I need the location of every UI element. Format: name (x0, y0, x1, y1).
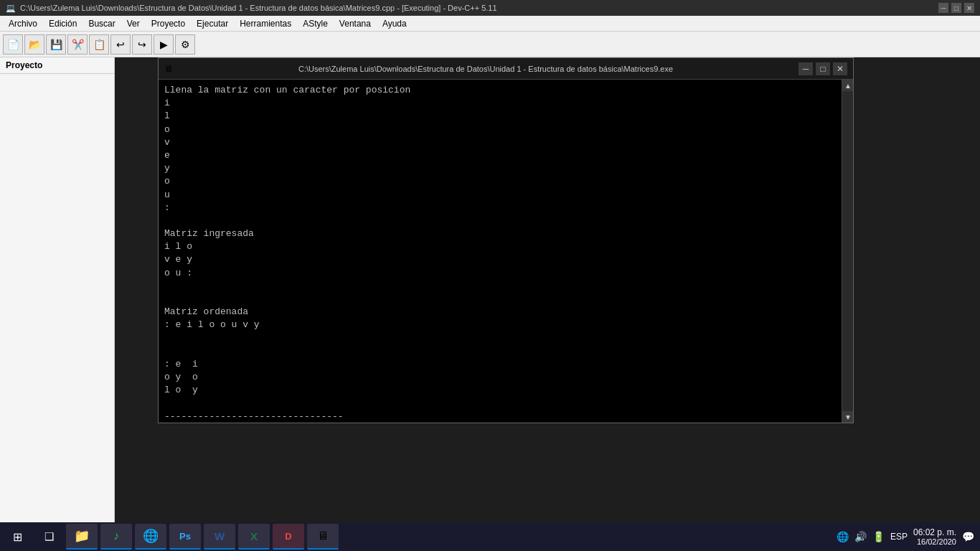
network-icon[interactable]: 🌐 (837, 531, 849, 542)
menu-herramientas[interactable]: Herramientas (234, 17, 297, 30)
file-explorer-button[interactable]: 📁 (66, 524, 98, 550)
task-view-button[interactable]: ❑ (34, 524, 63, 550)
menu-astyle[interactable]: AStyle (297, 17, 334, 30)
menu-bar: Archivo Edición Buscar Ver Proyecto Ejec… (0, 16, 980, 32)
monitor-button[interactable]: 🖥 (307, 524, 339, 550)
spotify-button[interactable]: ♪ (100, 524, 132, 550)
clock: 06:02 p. m. 16/02/2020 (913, 527, 956, 546)
start-button[interactable]: ⊞ (3, 524, 32, 550)
devcpp-button[interactable]: D (273, 524, 304, 550)
title-bar: 💻 C:\Users\Zulema Luis\Downloads\Estruct… (0, 0, 980, 16)
menu-edicion[interactable]: Edición (43, 17, 83, 30)
terminal-title-text: C:\Users\Zulema Luis\Downloads\Estructur… (298, 65, 673, 73)
taskbar: ⊞ ❑ 📁 ♪ 🌐 Ps W X D 🖥 🌐 🔊 🔋 ESP 06:02 p. … (0, 522, 980, 551)
left-panel: Proyecto (0, 57, 115, 534)
terminal-controls[interactable]: ─ □ ✕ (798, 62, 847, 75)
toolbar-btn-4[interactable]: ✂️ (67, 34, 88, 55)
menu-ejecutar[interactable]: Ejecutar (191, 17, 234, 30)
volume-icon[interactable]: 🔊 (854, 531, 867, 542)
date-display: 16/02/2020 (917, 537, 956, 546)
photoshop-button[interactable]: Ps (169, 524, 201, 550)
menu-archivo[interactable]: Archivo (3, 17, 43, 30)
terminal-title-icon: 🖥 (164, 64, 173, 74)
scroll-up-button[interactable]: ▲ (842, 80, 853, 91)
toolbar-btn-5[interactable]: 📋 (89, 34, 109, 55)
terminal-titlebar: 🖥 C:\Users\Zulema Luis\Downloads\Estruct… (159, 58, 853, 80)
project-label: Proyecto (0, 57, 114, 74)
menu-ventana[interactable]: Ventana (334, 17, 377, 30)
terminal-close[interactable]: ✕ (833, 62, 847, 75)
toolbar-btn-6[interactable]: ↩ (110, 34, 131, 55)
terminal-maximize[interactable]: □ (816, 62, 830, 75)
app-icon: 💻 (6, 4, 16, 13)
terminal-scrollbar[interactable]: ▲ ▼ (842, 80, 853, 423)
notification-icon[interactable]: 💬 (962, 531, 974, 542)
title-bar-text: C:\Users\Zulema Luis\Downloads\Estructur… (20, 4, 497, 12)
toolbar-btn-2[interactable]: 📂 (24, 34, 44, 55)
terminal-minimize[interactable]: ─ (798, 62, 813, 75)
title-bar-left: 💻 C:\Users\Zulema Luis\Downloads\Estruct… (6, 4, 497, 13)
terminal-body: Llena la matriz con un caracter por posi… (159, 80, 853, 423)
toolbar-btn-7[interactable]: ↪ (132, 34, 152, 55)
language-indicator[interactable]: ESP (890, 532, 908, 542)
toolbar-run[interactable]: ▶ (154, 34, 174, 55)
terminal-content[interactable]: Llena la matriz con un caracter por posi… (159, 80, 842, 423)
toolbar: 📄 📂 💾 ✂️ 📋 ↩ ↪ ▶ ⚙ (0, 32, 980, 57)
main-layout: Proyecto 🖥 C:\Users\Zulema Luis\Download… (0, 57, 980, 534)
menu-buscar[interactable]: Buscar (83, 17, 121, 30)
close-button[interactable]: ✕ (964, 3, 974, 13)
scroll-down-button[interactable]: ▼ (842, 411, 853, 423)
menu-proyecto[interactable]: Proyecto (146, 17, 191, 30)
time-display: 06:02 p. m. (913, 527, 956, 537)
menu-ayuda[interactable]: Ayuda (377, 17, 413, 30)
taskbar-right: 🌐 🔊 🔋 ESP 06:02 p. m. 16/02/2020 💬 (837, 527, 977, 546)
editor-area: 🖥 C:\Users\Zulema Luis\Downloads\Estruct… (115, 57, 980, 534)
title-bar-controls[interactable]: ─ □ ✕ (938, 3, 974, 13)
minimize-button[interactable]: ─ (938, 3, 948, 13)
excel-button[interactable]: X (238, 524, 270, 550)
toolbar-btn-1[interactable]: 📄 (3, 34, 23, 55)
maximize-button[interactable]: □ (951, 3, 961, 13)
scroll-thumb[interactable] (842, 91, 853, 411)
word-button[interactable]: W (204, 524, 235, 550)
terminal-window: 🖥 C:\Users\Zulema Luis\Downloads\Estruct… (158, 57, 854, 423)
menu-ver[interactable]: Ver (121, 17, 146, 30)
chrome-button[interactable]: 🌐 (135, 524, 166, 550)
battery-icon[interactable]: 🔋 (872, 531, 885, 542)
toolbar-btn-3[interactable]: 💾 (46, 34, 66, 55)
toolbar-compile[interactable]: ⚙ (175, 34, 195, 55)
